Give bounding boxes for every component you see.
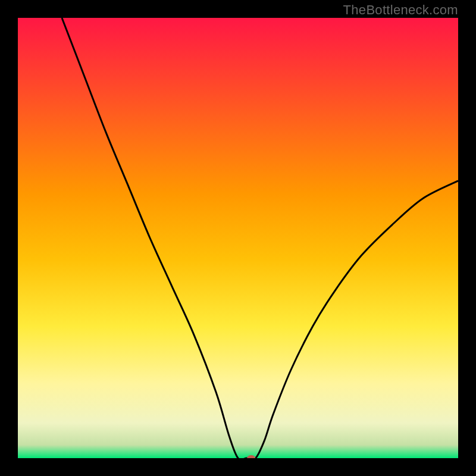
chart-frame: TheBottleneck.com [0, 0, 476, 476]
watermark-text: TheBottleneck.com [343, 2, 458, 18]
chart-svg [18, 18, 458, 458]
gradient-background [18, 18, 458, 458]
plot-area [18, 18, 458, 458]
